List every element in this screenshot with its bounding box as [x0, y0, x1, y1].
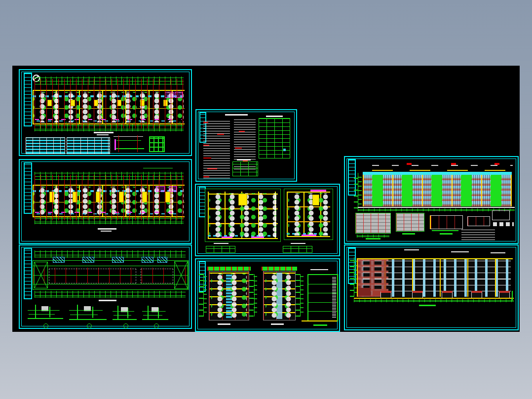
roof-dashed-zone — [141, 269, 173, 283]
flag-mark — [451, 163, 456, 165]
ground-line — [358, 207, 515, 208]
detail-number-bubble — [123, 323, 128, 328]
stair-core — [96, 192, 101, 202]
parapet-note-mark — [310, 269, 328, 270]
detail-flashing — [114, 139, 116, 150]
stair-core — [71, 100, 75, 106]
stair-core — [49, 192, 54, 202]
left-level-annotations — [199, 274, 208, 317]
balcony-edge — [251, 237, 264, 238]
skylight-hatch — [142, 257, 153, 263]
table-title-mark — [266, 116, 283, 117]
section-title-mark — [271, 323, 284, 325]
door-window-schedule-table — [26, 137, 65, 154]
sheet-floor-plan-1 — [19, 69, 192, 156]
top-dimension-band — [35, 77, 184, 85]
notes-heading-red — [203, 176, 209, 177]
stair-core — [140, 100, 145, 106]
gable-cross — [34, 262, 48, 288]
grid-key-detail — [149, 136, 165, 152]
bottom-dimension-band — [35, 124, 184, 131]
skylight-hatch — [82, 257, 94, 263]
plan-title-mark — [214, 243, 228, 244]
ground-line — [354, 298, 514, 299]
detail-ticks — [357, 235, 389, 238]
notes-heading-red — [239, 131, 245, 132]
floor-plan-strip — [33, 90, 185, 124]
title-strip — [24, 73, 32, 126]
stair-core — [238, 194, 247, 205]
leader-line — [143, 168, 173, 168]
area-table-a — [206, 246, 235, 253]
eave-detail-2 — [69, 305, 109, 323]
roof-terrace-box — [156, 186, 165, 192]
drawing-canvas — [12, 66, 520, 332]
detail-title-mark — [366, 238, 380, 239]
skylight-hatch — [53, 257, 65, 263]
stair-core — [117, 100, 121, 106]
area-table-b — [283, 246, 312, 253]
notes-text-block — [461, 229, 495, 240]
title-strip — [199, 187, 206, 217]
bottom-dimension-band — [35, 291, 186, 298]
balcony-edge — [302, 235, 316, 236]
stair-core — [94, 100, 98, 106]
detail-title-mark — [440, 233, 453, 235]
sheet-front-elevation — [344, 156, 519, 244]
stair-core — [119, 192, 124, 202]
plan-annotation-speckle — [34, 92, 184, 122]
detail-centerline — [137, 135, 138, 152]
notes-heading-red — [203, 145, 209, 146]
flag-mark — [407, 163, 412, 165]
page: { "app": { "kind": "cad-drawing-preview"… — [0, 0, 532, 399]
sheet-design-notes — [195, 109, 297, 182]
railing-detail-small — [467, 216, 490, 226]
plan-scale-mark — [97, 134, 109, 135]
elevation-title-mark — [419, 305, 436, 306]
unit-plan-b — [287, 192, 330, 237]
section-title-mark — [218, 323, 230, 325]
balcony-detail-grid-1 — [356, 213, 390, 233]
level-annotation-stack — [354, 173, 362, 208]
unit-plan-a — [208, 192, 278, 239]
balcony-edge — [222, 237, 232, 238]
roof-parapet-band — [262, 267, 297, 271]
section-1 — [209, 271, 249, 320]
small-note-dashes — [493, 222, 514, 226]
notes-title-mark — [225, 114, 248, 116]
stair-core — [312, 195, 319, 205]
parapet-markers — [372, 163, 513, 171]
wall-hatch — [332, 276, 336, 318]
detail-base-line — [432, 230, 458, 231]
railing-detail — [430, 215, 463, 229]
plan-title-mark — [291, 243, 305, 244]
section-speckle — [211, 274, 247, 318]
table-title-mark — [237, 159, 251, 160]
stair-core — [142, 192, 147, 202]
eave-detail-3 — [113, 306, 138, 323]
title-strip — [24, 248, 32, 299]
sheet-roof-plan — [19, 244, 192, 329]
red-base-block — [373, 291, 380, 296]
sheet-rear-elevation — [344, 244, 519, 330]
stair-core — [163, 100, 168, 106]
section-3-outline — [307, 274, 338, 321]
roof-parapet-band — [207, 267, 251, 271]
notes-heading-red — [203, 158, 211, 159]
room-schedule-table — [67, 137, 110, 154]
floor-plan-strip — [33, 185, 185, 217]
eave-detail-4 — [142, 306, 170, 323]
eave-section-detail — [114, 135, 145, 153]
detail-number-bubble — [87, 323, 92, 328]
roof-terrace-box — [175, 92, 183, 98]
top-dimension-band — [35, 172, 184, 180]
detail-line — [114, 148, 144, 149]
plan-title-mark — [94, 132, 114, 133]
skylight-hatch — [157, 257, 167, 263]
right-level-annotations — [296, 274, 304, 317]
detail-number-bubble — [154, 323, 159, 328]
balcony-edge — [310, 190, 326, 192]
plan-annotation-speckle — [288, 193, 329, 236]
stair-core — [47, 100, 52, 106]
stair-core — [73, 192, 77, 202]
